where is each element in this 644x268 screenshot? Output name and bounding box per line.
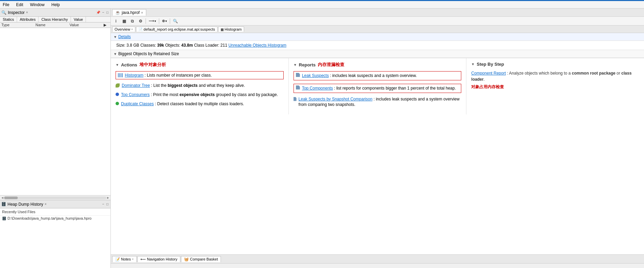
top-components-item: Top Components : list reports for compon… — [294, 84, 462, 93]
stepbystep-arrow: ▼ — [471, 62, 475, 66]
duplicate-classes-icon — [116, 102, 119, 105]
top-components-text: Top Components : list reports for compon… — [302, 85, 456, 91]
nav-history-icon: ⟵ — [140, 257, 146, 262]
notes-close[interactable]: × — [132, 257, 134, 261]
scroll-right-arrow[interactable]: ► — [106, 196, 110, 200]
tab-overview[interactable]: Overview × — [112, 27, 135, 32]
toolbar-sep1 — [146, 18, 146, 24]
toolbar-grid-btn[interactable]: ▦ — [120, 18, 128, 25]
leak-suspects-item: Leak Suspects : includes leak suspects a… — [294, 71, 462, 80]
minimize-button[interactable]: − — [102, 11, 105, 14]
actions-title-red: 堆中对象分析 — [139, 62, 166, 68]
heap-maximize-button[interactable]: □ — [106, 202, 109, 206]
toolbar-dropdown2-arrow: ▾ — [165, 19, 167, 23]
tab-notes[interactable]: 📝 Notes × — [112, 256, 137, 262]
top-components-icon — [296, 85, 300, 90]
duplicate-classes-link[interactable]: Duplicate Classes — [121, 101, 154, 106]
biggest-objects-header[interactable]: ▼ Biggest Objects by Retained Size — [111, 50, 644, 58]
heap-content: Recently Used Files 🗄️ D:\Downloads\java… — [0, 208, 110, 268]
main-content: ▼ Details Size: 3.8 GB Classes: 39k Obje… — [111, 33, 644, 254]
file-entry-path: D:\Downloads\java_hump.tar\java_hump\jav… — [8, 216, 91, 220]
leak-snapshot-icon — [294, 97, 297, 101]
heap-minimize-button[interactable]: − — [102, 202, 105, 206]
col-arrow[interactable]: ▶ — [104, 23, 109, 27]
details-unreachable-link[interactable]: Unreachable Objects Histogram — [228, 43, 286, 48]
right-panel: ☕ java.hprof × i ▦ ⧉ ⚙ ⟶ ▾ ⊕ ▾ 🔍 — [111, 9, 644, 268]
tab-statics[interactable]: Statics — [0, 17, 17, 22]
scroll-left-arrow[interactable]: ◄ — [1, 196, 4, 200]
toolbar-dropdown1-arrow: ▾ — [154, 19, 156, 23]
top-consumers-icon — [116, 93, 119, 96]
notes-icon: 📝 — [115, 257, 120, 262]
tab-compare-basket[interactable]: 🧺 Compare Basket — [181, 256, 221, 262]
heap-panel-close-icon[interactable]: × — [45, 202, 47, 206]
file-tab-java-hprof[interactable]: ☕ java.hprof × — [112, 9, 146, 16]
tab-overview-close[interactable]: × — [131, 28, 133, 31]
inspector-title: Inspector — [8, 10, 25, 15]
leak-snapshot-link[interactable]: Leak Suspects by Snapshot Comparison — [299, 97, 373, 101]
tab-attributes[interactable]: Attributes — [17, 17, 39, 22]
details-size-label: Size: — [116, 43, 126, 48]
menu-help[interactable]: Help — [50, 2, 61, 8]
maximize-button[interactable]: □ — [106, 11, 109, 14]
toolbar-copy-btn[interactable]: ⧉ — [129, 18, 136, 25]
stepbystep-title: Step By Step — [477, 62, 504, 67]
details-classloader-value: 211 — [221, 43, 227, 48]
menu-edit[interactable]: Edit — [15, 2, 25, 8]
details-section: ▼ Details Size: 3.8 GB Classes: 39k Obje… — [111, 33, 644, 50]
scroll-thumb[interactable] — [4, 196, 18, 199]
reports-header: ▼ Reports 内存泄漏检查 — [294, 62, 462, 68]
col-value: Value — [70, 23, 104, 27]
toolbar-sep2 — [159, 18, 159, 24]
details-header[interactable]: ▼ Details — [111, 33, 644, 41]
top-consumers-link[interactable]: Top Consumers — [121, 92, 150, 97]
pin-icon[interactable]: 📌 — [95, 10, 101, 15]
menu-bar: File Edit Window Help — [0, 1, 644, 9]
compare-basket-label: Compare Basket — [190, 257, 218, 261]
file-tab-close[interactable]: × — [141, 11, 143, 15]
tab-navigation-history[interactable]: ⟵ Navigation History — [137, 256, 180, 262]
tab-class-hierarchy[interactable]: Class Hierarchy — [39, 17, 71, 22]
heap-file-entry[interactable]: 🗄️ D:\Downloads\java_hump.tar\java_hump\… — [0, 216, 110, 221]
tab-histogram[interactable]: ▦ Histogram — [218, 27, 244, 32]
toolbar-settings-btn[interactable]: ⚙ — [137, 18, 144, 25]
inspector-columns: Type Name Value ▶ — [0, 22, 110, 28]
toolbar-dropdown2[interactable]: ⊕ ▾ — [161, 18, 168, 24]
leak-suspects-desc: : includes leak suspects and a system ov… — [330, 73, 417, 78]
inspector-hscroll[interactable]: ◄ ► — [0, 195, 110, 200]
reports-arrow: ▼ — [294, 63, 297, 67]
menu-window[interactable]: Window — [29, 2, 46, 8]
histogram-icon — [118, 73, 123, 77]
leak-suspects-link[interactable]: Leak Suspects — [302, 73, 329, 78]
actions-header: ▼ Actions 堆中对象分析 — [116, 62, 284, 68]
reports-column: ▼ Reports 内存泄漏检查 Leak Suspects : include… — [289, 58, 467, 114]
details-classloader-label: Class Loader: — [194, 43, 220, 48]
tab-overview-label: Overview — [115, 27, 130, 31]
dominator-tree-link[interactable]: Dominator Tree — [122, 83, 150, 88]
heap-panel-header: 🗄️ Heap Dump History × − □ — [0, 200, 110, 208]
component-report-link[interactable]: Component Report — [471, 71, 506, 76]
col-name: Name — [35, 23, 70, 27]
leak-suspects-text: Leak Suspects : includes leak suspects a… — [302, 73, 417, 79]
details-link[interactable]: Details — [118, 34, 131, 39]
inspector-close-icon[interactable]: × — [26, 11, 28, 14]
duplicate-classes-action: Duplicate Classes : Detect classes loade… — [116, 101, 284, 107]
inspector-title-area: 🔍 Inspector × — [1, 10, 28, 15]
duplicate-classes-desc: : Detect classes loaded by multiple clas… — [155, 101, 244, 106]
menu-file[interactable]: File — [1, 2, 11, 8]
toolbar-search-btn[interactable]: 🔍 — [171, 18, 179, 25]
details-objects-value: 43.8m — [181, 43, 193, 48]
histogram-link[interactable]: Histogram — [125, 73, 144, 78]
details-objects-label: Objects: — [165, 43, 181, 48]
tab-default-report[interactable]: 📄 default_report org.eclipse.mat.api:sus… — [136, 27, 218, 32]
toolbar-info-btn[interactable]: i — [112, 18, 120, 25]
bottom-scrollbar[interactable] — [111, 263, 644, 268]
top-components-link[interactable]: Top Components — [302, 86, 333, 91]
toolbar-dropdown1[interactable]: ⟶ ▾ — [147, 18, 158, 24]
nav-history-label: Navigation History — [147, 257, 177, 261]
reports-title-red: 内存泄漏检查 — [318, 62, 344, 68]
scroll-track[interactable] — [4, 196, 106, 199]
tab-value[interactable]: Value — [71, 17, 86, 22]
histogram-desc: : Lists number of instances per class. — [145, 73, 212, 78]
biggest-objects-section: ▼ Biggest Objects by Retained Size — [111, 50, 644, 58]
